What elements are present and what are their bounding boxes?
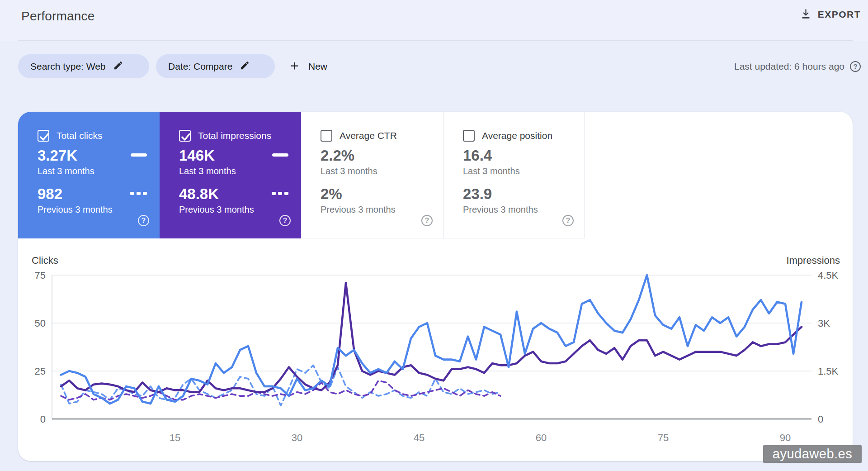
checkbox-icon[interactable]	[463, 130, 475, 142]
export-button[interactable]: EXPORT	[800, 8, 861, 21]
checkbox-icon[interactable]	[38, 130, 49, 142]
metric-previous-period: Previous 3 months	[179, 205, 254, 215]
edit-pencil-icon	[240, 60, 250, 72]
date-compare-chip-label: Date: Compare	[168, 61, 232, 72]
metric-card-average-position[interactable]: Average position 16.4 Last 3 months 23.9…	[443, 112, 585, 238]
metric-previous-value: 48.8K	[179, 186, 219, 203]
last-updated: Last updated: 6 hours ago ?	[734, 54, 861, 78]
help-icon[interactable]: ?	[562, 215, 574, 226]
new-filter-button[interactable]: New	[288, 54, 327, 78]
svg-text:60: 60	[536, 432, 547, 443]
metric-current-value: 3.27K	[38, 147, 77, 164]
header-strip	[0, 0, 868, 41]
help-icon[interactable]: ?	[421, 215, 433, 226]
metric-current-value: 2.2%	[321, 147, 354, 164]
svg-text:25: 25	[35, 366, 46, 377]
metric-current-period: Last 3 months	[463, 166, 520, 176]
checkbox-icon[interactable]	[321, 130, 332, 142]
svg-text:45: 45	[414, 432, 425, 443]
metric-cards-row: Total clicks 3.27K Last 3 months 982 Pre…	[18, 112, 585, 238]
metric-label: Average position	[482, 130, 552, 141]
svg-text:75: 75	[658, 432, 669, 443]
last-updated-text: Last updated: 6 hours ago	[734, 61, 844, 72]
svg-text:Impressions: Impressions	[786, 255, 840, 266]
plus-icon	[288, 60, 301, 73]
metric-previous-value: 23.9	[463, 186, 492, 203]
metric-current-period: Last 3 months	[321, 166, 377, 176]
svg-text:0: 0	[40, 414, 46, 425]
svg-text:50: 50	[35, 318, 46, 329]
dashed-line-legend-mark	[130, 192, 147, 195]
help-icon[interactable]: ?	[138, 215, 149, 226]
new-filter-label: New	[308, 61, 327, 72]
help-icon[interactable]: ?	[279, 215, 291, 226]
checkbox-icon[interactable]	[179, 130, 191, 142]
metric-current-value: 16.4	[463, 147, 492, 164]
help-icon[interactable]: ?	[850, 61, 861, 72]
header-divider	[18, 40, 853, 41]
solid-line-legend-mark	[131, 153, 147, 157]
download-icon	[800, 8, 812, 21]
metric-card-total-clicks[interactable]: Total clicks 3.27K Last 3 months 982 Pre…	[18, 112, 160, 238]
svg-text:Clicks: Clicks	[32, 255, 58, 266]
svg-text:1.5K: 1.5K	[818, 366, 839, 377]
toolbar: Search type: Web Date: Compare New Last …	[0, 54, 868, 79]
metric-label: Total impressions	[198, 130, 271, 141]
metric-label: Average CTR	[340, 130, 397, 141]
watermark: ayudaweb.es	[763, 445, 862, 463]
metric-previous-value: 2%	[321, 186, 342, 203]
performance-line-chart[interactable]: 025507501.5K3K4.5KClicksImpressions15304…	[18, 238, 853, 461]
metric-current-period: Last 3 months	[179, 166, 236, 176]
search-type-chip[interactable]: Search type: Web	[18, 54, 149, 78]
search-type-chip-label: Search type: Web	[30, 61, 106, 72]
svg-text:3K: 3K	[818, 318, 830, 329]
metric-previous-period: Previous 3 months	[321, 205, 396, 215]
metric-previous-value: 982	[38, 186, 62, 203]
metric-previous-period: Previous 3 months	[38, 205, 113, 215]
metric-current-value: 146K	[179, 147, 215, 164]
metric-current-period: Last 3 months	[38, 166, 94, 176]
svg-text:30: 30	[292, 432, 302, 443]
metric-previous-period: Previous 3 months	[463, 205, 538, 215]
solid-line-legend-mark	[272, 153, 288, 157]
svg-text:4.5K: 4.5K	[818, 270, 839, 281]
performance-panel: Total clicks 3.27K Last 3 months 982 Pre…	[18, 112, 853, 461]
metric-label: Total clicks	[57, 130, 103, 141]
export-label: EXPORT	[818, 9, 861, 20]
page-title: Performance	[21, 9, 95, 24]
dashed-line-legend-mark	[272, 192, 288, 195]
metric-card-total-impressions[interactable]: Total impressions 146K Last 3 months 48.…	[160, 112, 301, 238]
metric-card-average-ctr[interactable]: Average CTR 2.2% Last 3 months 2% Previo…	[301, 112, 443, 238]
date-compare-chip[interactable]: Date: Compare	[156, 54, 275, 78]
svg-text:75: 75	[35, 270, 46, 281]
edit-pencil-icon	[113, 60, 123, 72]
svg-text:90: 90	[780, 432, 791, 443]
svg-text:15: 15	[170, 432, 180, 443]
svg-text:0: 0	[818, 414, 823, 425]
